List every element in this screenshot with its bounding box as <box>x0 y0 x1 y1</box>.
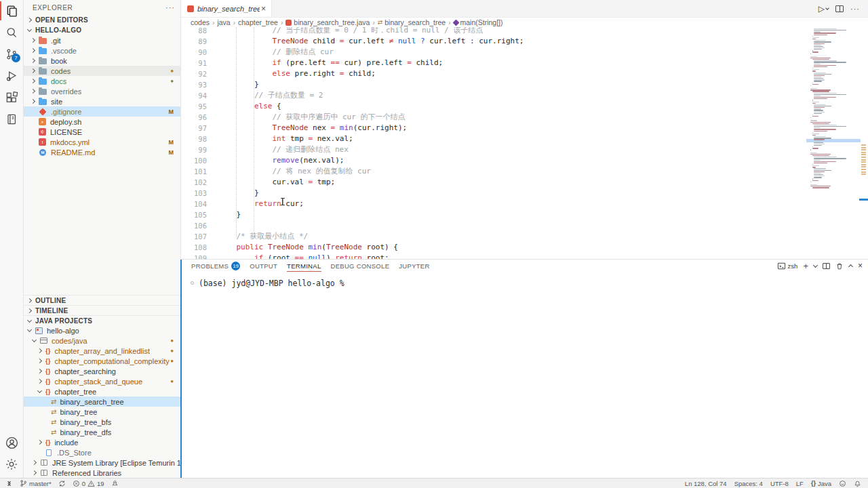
tree-item-referenced-libraries[interactable]: Referenced Libraries <box>24 468 180 478</box>
activity-bar-item-settings[interactable] <box>0 453 23 475</box>
tree-item-codes[interactable]: codes● <box>24 66 180 76</box>
chevron-right-icon[interactable] <box>37 348 42 353</box>
indentation[interactable]: Spaces: 4 <box>734 480 763 487</box>
tree-item-binary-search-tree[interactable]: ⇄binary_search_tree <box>24 396 180 407</box>
tree-item-overrides[interactable]: overrides <box>24 86 180 96</box>
new-terminal-button[interactable]: + <box>803 261 808 271</box>
tree-item-book[interactable]: book <box>24 56 180 66</box>
tree-item-readme-md[interactable]: MREADME.mdM <box>24 147 180 157</box>
tree-item-jre-system-library-eclipse-temurin-17-17[interactable]: JRE System Library [Eclipse Temurin 17 [… <box>24 458 180 468</box>
breadcrumb-item-binary-search-tree-java[interactable]: binary_search_tree.java <box>285 18 370 26</box>
shell-label[interactable]: zsh <box>788 262 798 270</box>
chevron-right-icon[interactable] <box>31 89 35 94</box>
split-editor-icon[interactable] <box>835 5 844 12</box>
tree-item-docs[interactable]: docs● <box>24 76 180 86</box>
panel-sash[interactable] <box>180 260 182 478</box>
outline-header[interactable]: OUTLINE <box>24 295 180 305</box>
tree-item-hello-algo[interactable]: hello-algo <box>24 325 180 336</box>
breadcrumb-item-main-string[interactable]: main(String[]) <box>454 18 503 26</box>
activity-bar-item-account[interactable] <box>0 432 23 453</box>
tree-item-site[interactable]: site <box>24 96 180 106</box>
activity-bar-item-source-control[interactable]: 7 <box>0 43 23 65</box>
panel-tab-terminal[interactable]: TERMINAL <box>287 260 321 272</box>
feedback-icon[interactable] <box>839 480 846 487</box>
activity-bar-item-notebook[interactable] <box>0 108 23 130</box>
tree-item-chapter-tree[interactable]: {}chapter_tree <box>24 386 180 396</box>
tree-item-chapter-array-and-linkedlist[interactable]: {}chapter_array_and_linkedlist● <box>24 346 180 356</box>
activity-bar-item-run-debug[interactable] <box>0 65 23 87</box>
close-tab-icon[interactable]: × <box>260 4 267 14</box>
tree-item-chapter-searching[interactable]: {}chapter_searching <box>24 366 180 376</box>
tab-binary-search-tree[interactable]: binary_search_tree.java × <box>181 0 272 17</box>
tree-item-binary-tree[interactable]: ⇄binary_tree <box>24 407 180 417</box>
encoding[interactable]: UTF-8 <box>770 480 789 487</box>
close-panel-icon[interactable]: × <box>858 261 863 270</box>
kill-terminal-icon[interactable] <box>835 262 844 270</box>
chevron-right-icon[interactable] <box>37 379 42 384</box>
chevron-right-icon[interactable] <box>37 440 42 445</box>
run-button[interactable]: ▷ <box>818 4 829 14</box>
tree-item-binary-tree-dfs[interactable]: ⇄binary_tree_dfs <box>24 427 180 437</box>
code-editor[interactable]: 88 // 当子结点数量 = 0 / 1 时，child = null / 该子… <box>181 27 868 259</box>
overview-ruler[interactable] <box>859 27 868 259</box>
launch-icon[interactable] <box>111 480 119 487</box>
chevron-right-icon[interactable] <box>37 359 42 363</box>
tree-item-binary-tree-bfs[interactable]: ⇄binary_tree_bfs <box>24 417 180 427</box>
minimap[interactable] <box>806 27 859 230</box>
tree-item-ds-store[interactable]: .DS_Store <box>24 447 180 458</box>
language-mode[interactable]: {} Java <box>811 480 831 487</box>
chevron-right-icon[interactable] <box>31 68 35 73</box>
breadcrumb-item-binary-search-tree[interactable]: ⇄binary_search_tree <box>378 18 446 26</box>
tree-item-git[interactable]: .git <box>24 35 180 45</box>
tree-item-mkdocs-yml[interactable]: !mkdocs.ymlM <box>24 137 180 147</box>
breadcrumb-item-chapter-tree[interactable]: chapter_tree <box>238 18 278 26</box>
terminal-content[interactable]: (base) jyd@JYD-MBP hello-algo % <box>181 272 868 478</box>
editor-more-icon[interactable]: ··· <box>850 5 860 13</box>
git-branch-indicator[interactable]: master* <box>20 479 52 487</box>
activity-bar-item-extensions[interactable] <box>0 87 23 108</box>
breadcrumb-item-codes[interactable]: codes <box>191 18 210 26</box>
activity-bar-item-explorer[interactable] <box>0 0 23 22</box>
yaml-icon: ! <box>39 138 46 146</box>
problems-indicator[interactable]: 0 19 <box>73 480 104 487</box>
tree-item-license[interactable]: ©LICENSE <box>24 127 180 137</box>
panel-tab-output[interactable]: OUTPUT <box>250 260 277 272</box>
tree-item-chapter-stack-and-queue[interactable]: {}chapter_stack_and_queue● <box>24 376 180 386</box>
more-actions-icon[interactable]: ··· <box>165 3 175 12</box>
split-terminal-icon[interactable] <box>823 263 830 269</box>
tree-item-label: codes <box>51 67 71 75</box>
chevron-down-icon[interactable] <box>32 338 37 342</box>
maximize-panel-icon[interactable] <box>848 264 853 269</box>
chevron-right-icon[interactable] <box>32 460 37 465</box>
breadcrumb-item-java[interactable]: java <box>217 18 230 26</box>
chevron-right-icon[interactable] <box>31 79 35 83</box>
sync-button[interactable] <box>58 480 66 487</box>
notifications-bell-icon[interactable] <box>854 479 861 487</box>
chevron-right-icon[interactable] <box>31 58 35 63</box>
eol-sequence[interactable]: LF <box>796 480 804 487</box>
tree-item-include[interactable]: {}include <box>24 437 180 447</box>
panel-tab-jupyter[interactable]: JUPYTER <box>399 260 429 272</box>
chevron-right-icon[interactable] <box>31 38 35 43</box>
timeline-header[interactable]: TIMELINE <box>24 305 180 315</box>
panel-tab-debug-console[interactable]: DEBUG CONSOLE <box>331 260 390 272</box>
tree-item-codes-java[interactable]: codes/java● <box>24 336 180 346</box>
panel-tab-problems[interactable]: PROBLEMS19 <box>191 260 240 272</box>
tree-item-vscode[interactable]: .vscode <box>24 45 180 56</box>
remote-indicator[interactable] <box>5 480 13 487</box>
tree-item-chapter-computational-complexity[interactable]: {}chapter_computational_complexity● <box>24 356 180 366</box>
workspace-root[interactable]: HELLO-ALGO <box>24 25 180 35</box>
tree-item-gitignore[interactable]: .gitignoreM <box>24 106 180 117</box>
terminal-dropdown-icon[interactable] <box>813 262 818 267</box>
open-editors-header[interactable]: OPEN EDITORS <box>24 15 180 25</box>
java-projects-header[interactable]: JAVA PROJECTS <box>24 315 180 325</box>
chevron-down-icon[interactable] <box>27 327 32 332</box>
chevron-right-icon[interactable] <box>31 99 35 104</box>
cursor-position[interactable]: Ln 128, Col 74 <box>685 480 727 487</box>
chevron-right-icon[interactable] <box>32 470 37 475</box>
chevron-down-icon[interactable] <box>37 388 42 393</box>
tree-item-deploy-sh[interactable]: >deploy.sh <box>24 117 180 127</box>
chevron-right-icon[interactable] <box>37 369 42 373</box>
chevron-right-icon[interactable] <box>31 48 35 53</box>
activity-bar-item-search[interactable] <box>0 22 23 43</box>
